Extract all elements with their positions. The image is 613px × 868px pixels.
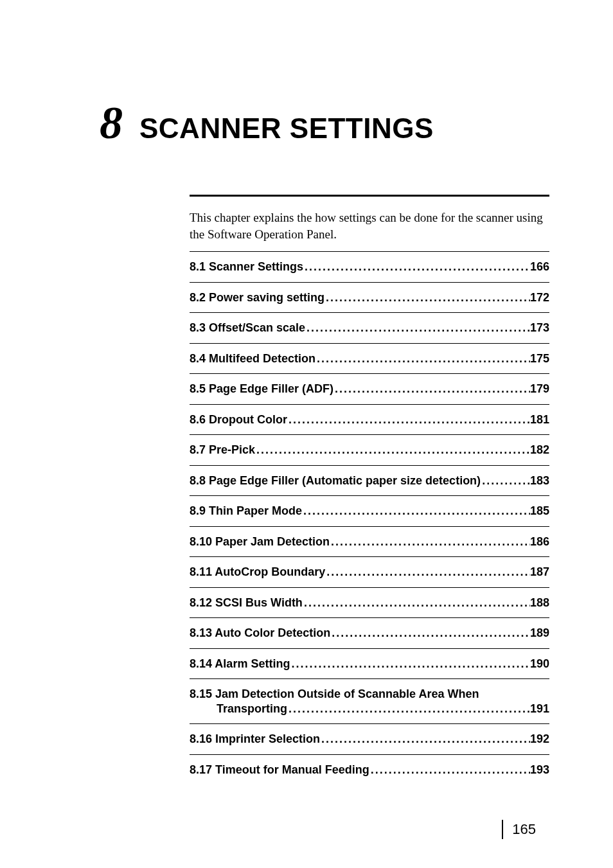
toc-page: 172 — [530, 290, 549, 305]
toc-page: 189 — [530, 626, 549, 641]
toc-entry: 8.8 Page Edge Filler (Automatic paper si… — [190, 465, 549, 496]
toc-page: 175 — [530, 351, 549, 366]
toc-leader-dots — [324, 290, 530, 305]
toc-page: 193 — [530, 763, 549, 777]
toc-label: 8.6 Dropout Color — [190, 412, 287, 427]
toc-page: 192 — [530, 732, 549, 747]
toc-page: 187 — [530, 565, 549, 580]
toc-label-continued: Transporting — [217, 702, 287, 716]
toc-page: 181 — [530, 412, 549, 427]
toc-leader-dots — [320, 732, 530, 747]
toc-leader-dots — [333, 382, 530, 396]
toc-label: 8.4 Multifeed Detection — [190, 351, 315, 366]
chapter-heading: 8 SCANNER SETTINGS — [100, 96, 536, 150]
toc-page: 166 — [530, 260, 549, 274]
toc-entry: 8.6 Dropout Color 181 — [190, 404, 549, 435]
toc-leader-dots — [287, 702, 530, 716]
toc-leader-dots — [303, 260, 530, 274]
toc-leader-dots — [303, 596, 530, 610]
toc-leader-dots — [325, 565, 530, 580]
toc-page: 185 — [530, 504, 549, 518]
chapter-intro: This chapter explains the how settings c… — [190, 209, 549, 242]
toc-entry: 8.11 AutoCrop Boundary 187 — [190, 556, 549, 587]
toc-page: 182 — [530, 443, 549, 457]
toc-page: 183 — [530, 474, 549, 488]
toc-leader-dots — [302, 504, 530, 518]
toc-entry: 8.9 Thin Paper Mode 185 — [190, 495, 549, 526]
toc-label: 8.17 Timeout for Manual Feeding — [190, 763, 369, 777]
toc-label: 8.15 Jam Detection Outside of Scannable … — [190, 687, 549, 702]
page-number-rule — [502, 820, 503, 839]
toc-leader-dots — [287, 412, 530, 427]
toc-label: 8.3 Offset/Scan scale — [190, 321, 305, 335]
toc-label: 8.9 Thin Paper Mode — [190, 504, 302, 518]
chapter-rule — [190, 195, 549, 197]
toc-entry: 8.14 Alarm Setting 190 — [190, 648, 549, 679]
toc-entry: 8.3 Offset/Scan scale 173 — [190, 312, 549, 343]
toc-page: 179 — [530, 382, 549, 396]
toc-entry: 8.10 Paper Jam Detection 186 — [190, 526, 549, 557]
toc-leader-dots — [330, 535, 530, 549]
toc-leader-dots — [305, 321, 530, 335]
toc-leader-dots — [315, 351, 530, 366]
toc-entry: 8.12 SCSI Bus Width 188 — [190, 587, 549, 618]
toc-entry: 8.16 Imprinter Selection 192 — [190, 723, 549, 754]
toc-page: 186 — [530, 535, 549, 549]
toc-label: 8.1 Scanner Settings — [190, 260, 303, 274]
page: 8 SCANNER SETTINGS This chapter explains… — [0, 0, 613, 868]
toc-leader-dots — [481, 474, 530, 488]
toc-entry: 8.13 Auto Color Detection 189 — [190, 617, 549, 648]
toc-label: 8.8 Page Edge Filler (Automatic paper si… — [190, 474, 481, 488]
content-area: This chapter explains the how settings c… — [190, 195, 549, 784]
toc-entry: 8.2 Power saving setting 172 — [190, 282, 549, 313]
toc-entry: 8.1 Scanner Settings 166 — [190, 251, 549, 282]
toc-entry: 8.5 Page Edge Filler (ADF) 179 — [190, 373, 549, 404]
toc-label: 8.10 Paper Jam Detection — [190, 535, 330, 549]
toc-entry: 8.17 Timeout for Manual Feeding 193 — [190, 754, 549, 785]
chapter-title: SCANNER SETTINGS — [139, 112, 434, 144]
toc-page: 173 — [530, 321, 549, 335]
toc-label: 8.12 SCSI Bus Width — [190, 596, 303, 610]
toc-leader-dots — [330, 626, 530, 641]
toc-label: 8.14 Alarm Setting — [190, 657, 290, 671]
toc-page: 188 — [530, 596, 549, 610]
toc-page: 191 — [530, 702, 549, 716]
toc-leader-dots — [255, 443, 530, 457]
toc-label: 8.5 Page Edge Filler (ADF) — [190, 382, 333, 396]
toc-label: 8.11 AutoCrop Boundary — [190, 565, 325, 580]
toc-leader-dots — [290, 657, 530, 671]
toc-leader-dots — [369, 763, 530, 777]
toc-entry: 8.7 Pre-Pick 182 — [190, 434, 549, 465]
page-number-block: 165 — [502, 820, 536, 839]
toc-label: 8.7 Pre-Pick — [190, 443, 255, 457]
table-of-contents: 8.1 Scanner Settings 166 8.2 Power savin… — [190, 251, 549, 784]
page-number: 165 — [512, 821, 536, 838]
toc-label: 8.2 Power saving setting — [190, 290, 324, 305]
toc-label: 8.13 Auto Color Detection — [190, 626, 330, 641]
toc-label: 8.16 Imprinter Selection — [190, 732, 320, 747]
toc-entry: 8.4 Multifeed Detection 175 — [190, 343, 549, 374]
toc-entry: 8.15 Jam Detection Outside of Scannable … — [190, 678, 549, 723]
chapter-number: 8 — [100, 97, 123, 148]
toc-page: 190 — [530, 657, 549, 671]
